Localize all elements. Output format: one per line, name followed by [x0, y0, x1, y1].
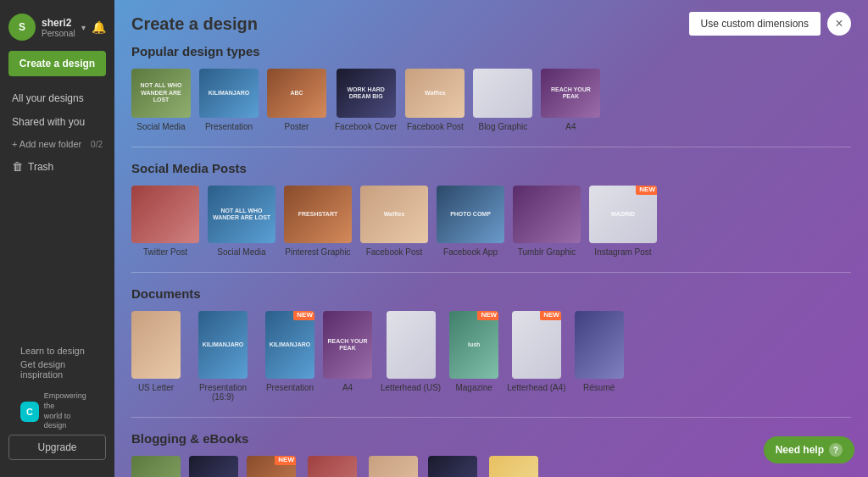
- design-thumb-inner: [513, 186, 581, 243]
- design-thumbnail: [131, 186, 199, 243]
- design-item[interactable]: Blog Post: [369, 456, 418, 477]
- design-thumbnail: Waffles: [405, 69, 465, 118]
- design-thumb-text: KILIMANJARO: [201, 340, 246, 350]
- bell-icon[interactable]: 🔔: [92, 20, 106, 34]
- design-label: Facebook Post: [407, 122, 464, 131]
- design-item[interactable]: WafflesFacebook Post: [405, 69, 465, 131]
- user-name: sheri2: [42, 17, 75, 29]
- top-bar: Create a design Use custom dimensions ×: [114, 0, 868, 44]
- design-item[interactable]: Tumblr Graphic: [513, 186, 581, 257]
- design-thumb-text: NOT ALL WHO WANDER ARE LOST: [208, 206, 275, 224]
- design-item[interactable]: KILIMANJARONEWPresentation: [265, 311, 314, 402]
- design-thumbnail: MADRIDNEW: [589, 186, 657, 243]
- design-item[interactable]: Blog Banner 2: [487, 456, 540, 477]
- design-label: Letterhead (US): [381, 383, 441, 392]
- design-item[interactable]: WORK HARD DREAM BIGFacebook Cover: [335, 69, 397, 131]
- design-item[interactable]: NOT ALL WHO WANDER ARE LOSTSocial Media: [131, 69, 191, 131]
- design-thumb-inner: [512, 311, 561, 379]
- design-item[interactable]: NEWeBook: [247, 456, 296, 477]
- design-thumbnail: NOT ALL WHO WANDER ARE LOST: [208, 186, 275, 243]
- design-thumb-inner: Waffles: [405, 69, 465, 118]
- add-folder-row[interactable]: + Add new folder 0/2: [0, 134, 114, 154]
- design-thumb-text: Waffles: [423, 88, 448, 98]
- section-title-blogging: Blogging & eBooks: [131, 431, 851, 446]
- design-grid-documents: US LetterKILIMANJAROPresentation (16:9)K…: [131, 311, 851, 402]
- design-item[interactable]: VENI VIDIBlog Banner: [131, 456, 181, 477]
- design-label: Facebook App: [443, 247, 498, 257]
- design-item[interactable]: REACH YOUR PEAKA4: [541, 69, 600, 131]
- design-thumbnail: REACH YOUR PEAK: [323, 311, 372, 379]
- design-thumbnail: Waffles: [360, 186, 428, 243]
- design-thumb-inner: [131, 311, 181, 379]
- design-label: Presentation: [266, 383, 314, 392]
- close-button[interactable]: ×: [827, 12, 851, 36]
- canva-tagline: Empowering theworld to design: [44, 391, 94, 431]
- sidebar-item-all-designs[interactable]: All your designs: [0, 86, 114, 110]
- design-thumb-text: PHOTO COMP: [448, 209, 492, 219]
- design-thumb-inner: VENI VIDI: [131, 456, 181, 477]
- design-item[interactable]: Blog Graphic: [473, 69, 532, 131]
- sidebar-item-trash[interactable]: 🗑 Trash: [0, 154, 114, 179]
- design-item[interactable]: MADRIDNEWInstagram Post: [589, 186, 657, 257]
- new-badge: NEW: [275, 456, 296, 465]
- custom-dimensions-button[interactable]: Use custom dimensions: [689, 12, 821, 36]
- page-title: Create a design: [131, 14, 258, 34]
- main-content: Create a design Use custom dimensions × …: [114, 0, 868, 477]
- trash-label: Trash: [28, 161, 53, 173]
- section-title-social: Social Media Posts: [131, 161, 851, 175]
- design-thumb-inner: NOT ALL WHO WANDER ARE LOST: [208, 186, 275, 243]
- design-item[interactable]: NOT ALL WHO WANDER ARE LOSTSocial Media: [208, 186, 275, 257]
- user-info: sheri2 Personal: [42, 17, 75, 38]
- design-thumb-text: Waffles: [382, 209, 407, 219]
- canva-logo: C: [20, 402, 39, 422]
- new-badge: NEW: [293, 311, 314, 320]
- design-label: Facebook Cover: [335, 122, 397, 131]
- section-popular: Popular design typesNOT ALL WHO WANDER A…: [114, 44, 868, 147]
- learn-design-link[interactable]: Learn to design: [8, 339, 106, 358]
- trash-icon: 🗑: [12, 160, 23, 173]
- design-thumbnail: NOT ALL WHO WANDER ARE LOST: [131, 69, 191, 118]
- avatar: S: [8, 14, 36, 41]
- design-item[interactable]: Letterhead (US): [381, 311, 441, 402]
- design-item[interactable]: ABCPoster: [267, 69, 326, 131]
- design-thumb-inner: Autumn: [308, 456, 357, 477]
- design-item[interactable]: AutumnBlog Graphic 2: [304, 456, 360, 477]
- upgrade-button[interactable]: Upgrade: [8, 435, 106, 460]
- help-button[interactable]: Need help ?: [764, 436, 854, 463]
- new-badge: NEW: [477, 311, 498, 320]
- folder-count: 0/2: [91, 140, 103, 149]
- design-item[interactable]: KILIMANJAROPresentation: [199, 69, 259, 131]
- design-item[interactable]: strange talesStrange Tales: [426, 456, 478, 477]
- create-design-button[interactable]: Create a design: [8, 51, 106, 76]
- design-label: Blog Graphic: [478, 122, 527, 131]
- design-label: Letterhead (A4): [507, 383, 566, 392]
- design-grid-blogging: VENI VIDIBlog BannereBook CoverNEWeBookA…: [131, 456, 851, 477]
- design-item[interactable]: Résumé: [575, 311, 624, 402]
- user-profile[interactable]: S sheri2 Personal ▾ 🔔: [0, 8, 114, 47]
- design-item[interactable]: WafflesFacebook Post: [360, 186, 428, 257]
- design-item[interactable]: lushNEWMagazine: [449, 311, 498, 402]
- design-thumb-inner: ABC: [267, 69, 326, 118]
- design-thumbnail: REACH YOUR PEAK: [541, 69, 600, 118]
- sections-container: Popular design typesNOT ALL WHO WANDER A…: [114, 44, 868, 477]
- section-divider: [131, 147, 851, 147]
- design-thumbnail: NEW: [512, 311, 561, 379]
- canva-logo-row: C Empowering theworld to design: [8, 385, 106, 435]
- design-item[interactable]: PHOTO COMPFacebook App: [437, 186, 504, 257]
- design-item[interactable]: eBook Cover: [189, 456, 238, 477]
- design-item[interactable]: REACH YOUR PEAKA4: [323, 311, 372, 402]
- design-thumb-inner: [189, 456, 238, 477]
- design-thumb-text: WORK HARD DREAM BIG: [337, 85, 396, 103]
- design-thumbnail: KILIMANJARO: [198, 311, 248, 379]
- design-item[interactable]: FRESHSTARTPinterest Graphic: [284, 186, 352, 257]
- design-grid-social: Twitter PostNOT ALL WHO WANDER ARE LOSTS…: [131, 186, 851, 257]
- design-thumb-inner: [369, 456, 418, 477]
- design-item[interactable]: NEWLetterhead (A4): [507, 311, 566, 402]
- sidebar-item-shared[interactable]: Shared with you: [0, 110, 114, 134]
- design-item[interactable]: US Letter: [131, 311, 181, 402]
- get-inspiration-link[interactable]: Get design inspiration: [8, 358, 106, 385]
- user-sub: Personal: [42, 29, 75, 38]
- design-item[interactable]: KILIMANJAROPresentation (16:9): [189, 311, 257, 402]
- design-item[interactable]: Twitter Post: [131, 186, 199, 257]
- design-thumb-inner: REACH YOUR PEAK: [323, 311, 372, 379]
